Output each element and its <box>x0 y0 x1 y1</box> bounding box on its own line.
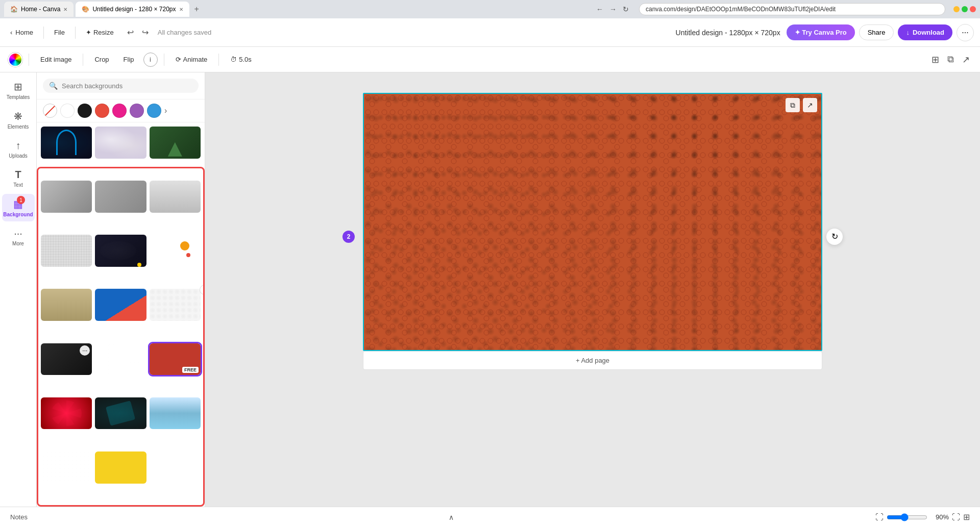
notes-label: Notes <box>10 513 28 521</box>
share-icon-button[interactable]: ↗ <box>960 52 972 67</box>
refresh-icon[interactable]: ↻ <box>826 229 843 245</box>
bg-thumb-18[interactable] <box>150 397 201 430</box>
swatch-pink[interactable] <box>112 104 127 118</box>
bg-thumb-3[interactable] <box>150 127 201 159</box>
design-title: Untitled design - 1280px × 720px <box>676 29 780 37</box>
app: ‹ Home File ✦ Resize ↩ ↪ All changes sav… <box>0 18 980 527</box>
toolbar-right-icons: ⊞ ⧉ ↗ <box>929 52 972 67</box>
fit-page-button[interactable]: ⛶ <box>875 513 884 522</box>
resize-button[interactable]: ✦ Resize <box>82 27 118 38</box>
bg-thumb-2[interactable] <box>95 127 146 159</box>
canvas-frame[interactable]: ⧉ ↗ <box>363 93 822 351</box>
home-button[interactable]: ‹ Home <box>6 27 37 38</box>
flip-button[interactable]: Flip <box>118 53 139 66</box>
tab-home-favicon: 🏠 <box>10 6 18 13</box>
left-sidebar: ⊞ Templates ❋ Elements ↑ Uploads T Text … <box>0 72 37 507</box>
bg-thumb-16[interactable] <box>41 397 92 430</box>
bg-thumb-11[interactable] <box>95 289 146 321</box>
browser-chrome: 🏠 Home - Canva ✕ 🎨 Untitled design - 128… <box>0 0 980 18</box>
close-button[interactable] <box>970 6 976 12</box>
tab-design-close[interactable]: ✕ <box>179 7 183 12</box>
grid-toggle-button[interactable]: ⊞ <box>929 52 941 67</box>
bg-thumb-7[interactable] <box>41 235 92 267</box>
bg-thumb-1[interactable] <box>41 127 92 159</box>
swatch-purple[interactable] <box>130 104 144 118</box>
sidebar-item-templates[interactable]: ⊞ Templates <box>2 77 35 104</box>
swatches-next-button[interactable]: › <box>164 106 167 115</box>
sidebar-item-more[interactable]: ··· More <box>2 223 35 250</box>
redo-button[interactable]: ↪ <box>139 26 152 39</box>
back-button[interactable]: ← <box>594 4 605 14</box>
search-input[interactable] <box>62 82 192 90</box>
swatch-black[interactable] <box>78 104 92 118</box>
secondary-toolbar: Edit image Crop Flip i ⟳ Animate ⏱ 5.0s … <box>0 47 980 72</box>
bg-thumb-15[interactable]: FREE <box>150 343 201 375</box>
maximize-button[interactable] <box>962 6 968 12</box>
tab-home[interactable]: 🏠 Home - Canva ✕ <box>4 2 74 17</box>
sidebar-item-elements[interactable]: ❋ Elements <box>2 106 35 134</box>
bg-thumb-13[interactable]: ··· <box>41 343 92 375</box>
position-button[interactable]: ⧉ <box>945 52 956 67</box>
add-page-bar[interactable]: + Add page <box>363 351 822 370</box>
export-icon-button[interactable]: ↗ <box>803 98 817 112</box>
bg-thumb-9[interactable] <box>150 235 201 267</box>
download-label: Download <box>913 29 944 36</box>
try-pro-button[interactable]: ✦ Try Canva Pro <box>787 24 855 40</box>
clock-icon: ⏱ <box>230 56 237 63</box>
animate-icon: ⟳ <box>176 56 181 63</box>
animate-label: Animate <box>183 56 208 63</box>
topbar-divider-1 <box>43 27 44 39</box>
new-tab-button[interactable]: + <box>191 4 202 15</box>
fullscreen-button[interactable]: ⛶ <box>952 513 960 522</box>
undo-redo: ↩ ↪ <box>124 26 152 39</box>
reload-button[interactable]: ↻ <box>621 4 631 14</box>
more-options-button[interactable]: ··· <box>957 24 974 41</box>
collapse-notes-button[interactable]: ∧ <box>449 513 454 521</box>
copy-icon-button[interactable]: ⧉ <box>786 98 800 112</box>
tab-home-close[interactable]: ✕ <box>63 7 67 12</box>
topbar-right: ✦ Try Canva Pro Share ↓ Download ··· <box>787 24 974 41</box>
toolbar-sep-1 <box>29 54 29 66</box>
bg-thumb-4[interactable] <box>41 181 92 213</box>
search-box: 🔍 <box>43 79 199 93</box>
sidebar-item-background[interactable]: ▦ 1 Background <box>2 194 35 221</box>
swatch-transparent[interactable] <box>43 104 57 118</box>
swatch-red[interactable] <box>95 104 109 118</box>
bg-thumb-14[interactable] <box>95 343 146 375</box>
browser-controls: ← → ↻ <box>594 4 631 14</box>
bg-thumb-5[interactable] <box>95 181 146 213</box>
forward-button[interactable]: → <box>607 4 619 14</box>
sidebar-item-uploads[interactable]: ↑ Uploads <box>2 136 35 163</box>
minimize-button[interactable] <box>953 6 960 12</box>
search-icon: 🔍 <box>49 82 58 90</box>
bg-thumb-12[interactable] <box>150 289 201 321</box>
swatch-blue[interactable] <box>147 104 161 118</box>
sidebar-item-text[interactable]: T Text <box>2 165 35 192</box>
grid-view-button[interactable]: ⊞ <box>963 512 970 522</box>
share-button[interactable]: Share <box>859 24 894 40</box>
crop-button[interactable]: Crop <box>89 53 114 66</box>
animate-button[interactable]: ⟳ Animate <box>170 53 213 66</box>
info-button[interactable]: i <box>143 53 158 67</box>
tab-design[interactable]: 🎨 Untitled design - 1280 × 720px ✕ <box>76 2 189 17</box>
undo-button[interactable]: ↩ <box>124 26 137 39</box>
swatch-white[interactable] <box>60 104 75 118</box>
duration-button[interactable]: ⏱ 5.0s <box>225 53 257 66</box>
toolbar-sep-2 <box>83 54 83 66</box>
file-button[interactable]: File <box>50 27 69 38</box>
bg-thumb-19[interactable] <box>41 451 92 484</box>
topbar-divider-2 <box>75 27 76 39</box>
elements-label: Elements <box>8 124 29 130</box>
zoom-slider[interactable] <box>887 513 927 521</box>
edit-image-button[interactable]: Edit image <box>35 53 77 66</box>
download-button[interactable]: ↓ Download <box>898 24 952 40</box>
bg-thumb-17[interactable] <box>95 397 146 430</box>
bg-thumb-20[interactable] <box>95 451 146 484</box>
canvas-area: 2 ⧉ <box>205 72 980 507</box>
color-swatches: › <box>37 99 205 122</box>
bg-thumb-10[interactable] <box>41 289 92 321</box>
address-bar[interactable]: canva.com/design/DAEtOOOp1mM/BeCODnOMW83… <box>639 3 945 15</box>
bg-thumb-6[interactable] <box>150 181 201 213</box>
color-palette-dot[interactable] <box>8 53 22 67</box>
bg-thumb-8[interactable] <box>95 235 146 267</box>
